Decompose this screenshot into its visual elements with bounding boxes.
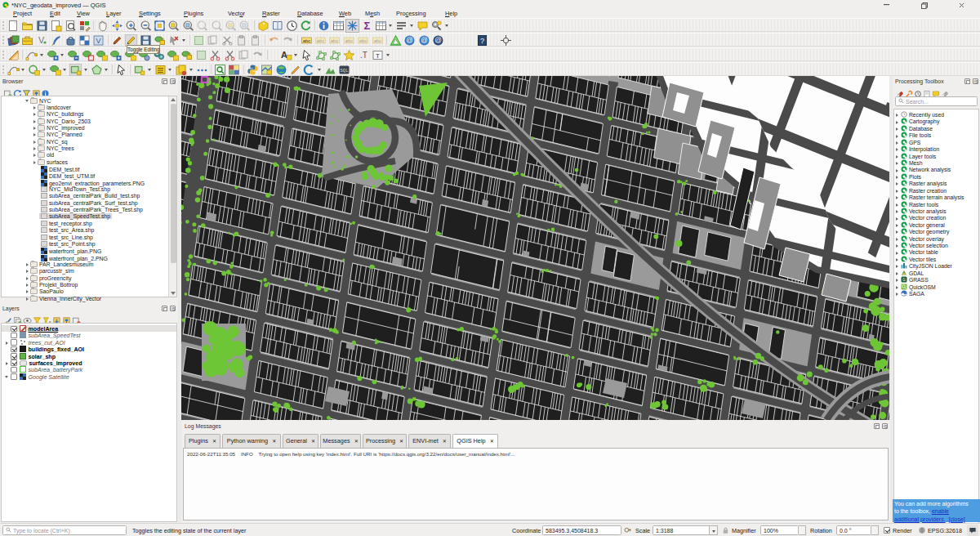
- svg-text:@: @: [434, 36, 442, 44]
- svg-text:@: @: [421, 36, 428, 44]
- svg-text:SQL: SQL: [341, 68, 349, 74]
- svg-text:abc: abc: [331, 38, 339, 43]
- svg-text:abc: abc: [317, 38, 325, 43]
- svg-text:@: @: [407, 36, 414, 44]
- svg-text:Σ: Σ: [363, 20, 370, 32]
- svg-text:.T: .T: [360, 51, 368, 60]
- svg-text:V: V: [38, 35, 45, 45]
- svg-text:abc: abc: [302, 38, 310, 43]
- svg-text:?: ?: [480, 37, 484, 45]
- svg-text:T: T: [376, 52, 380, 60]
- svg-text:abc: abc: [345, 38, 353, 43]
- svg-text:abc: abc: [359, 38, 368, 43]
- svg-text:G: G: [902, 278, 906, 282]
- svg-text:A: A: [281, 50, 287, 60]
- svg-text:V: V: [96, 37, 101, 45]
- svg-text:abc: abc: [373, 38, 381, 43]
